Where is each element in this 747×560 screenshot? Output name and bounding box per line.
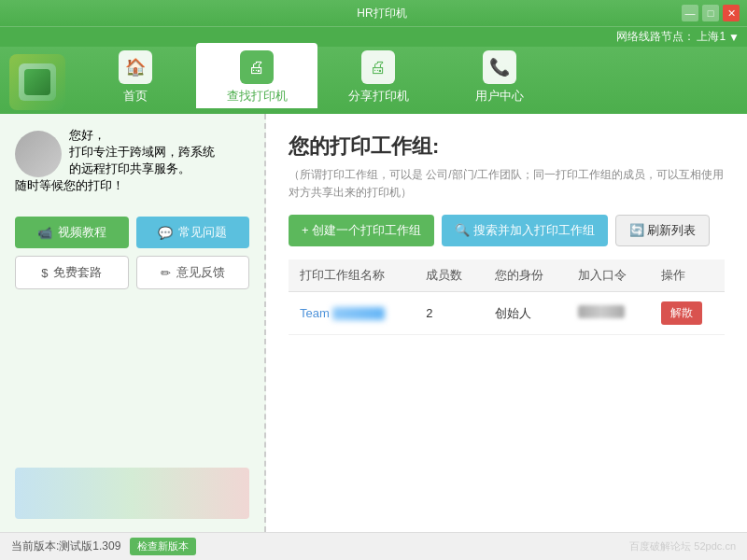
table-body: Team XXXXX 2 创始人 解散 (289, 292, 725, 335)
video-icon: 📹 (37, 226, 52, 240)
feedback-label: 意见反馈 (176, 264, 225, 281)
feedback-icon: ✏ (161, 266, 171, 280)
nav-item-find-printer[interactable]: 🖨 查找打印机 (196, 43, 317, 108)
col-role: 您的身份 (484, 259, 567, 292)
maximize-button[interactable]: □ (702, 5, 719, 21)
greeting-area: 您好， 打印专注于跨域网，跨系统 的远程打印共享服务。 随时等候您的打印！ (15, 127, 249, 202)
section-title: 您的打印工作组: (289, 133, 725, 161)
share-printer-icon: 🖨 (361, 50, 395, 84)
action-cell: 解散 (650, 292, 725, 335)
table-row: Team XXXXX 2 创始人 解散 (289, 292, 725, 335)
nav-item-user-center[interactable]: 📞 用户中心 (439, 43, 560, 108)
role-cell: 创始人 (484, 292, 567, 335)
nav-share-printer-label: 分享打印机 (348, 88, 409, 105)
left-panel: 您好， 打印专注于跨域网，跨系统 的远程打印共享服务。 随时等候您的打印！ 📹 … (0, 114, 266, 532)
password-cell (567, 292, 650, 335)
close-button[interactable]: ✕ (723, 5, 740, 21)
col-members: 成员数 (415, 259, 484, 292)
group-name-cell: Team XXXXX (289, 292, 415, 335)
avatar (15, 131, 62, 177)
refresh-button[interactable]: 🔄 刷新列表 (615, 215, 711, 246)
work-groups-table: 打印工作组名称 成员数 您的身份 加入口令 操作 Team XXXXX 2 创始… (289, 259, 725, 335)
search-join-button[interactable]: 🔍 搜索并加入打印工作组 (442, 215, 608, 246)
group-name-text: Team (300, 306, 330, 320)
section-desc: （所谓打印工作组，可以是 公司/部门/工作团队；同一打印工作组的成员，可以互相使… (289, 166, 725, 202)
user-center-icon: 📞 (483, 50, 516, 84)
free-plan-label: 免费套路 (53, 264, 102, 281)
create-group-button[interactable]: + 创建一个打印工作组 (289, 215, 434, 246)
nav-user-center-label: 用户中心 (475, 88, 524, 105)
right-panel: 您的打印工作组: （所谓打印工作组，可以是 公司/部门/工作团队；同一打印工作组… (266, 114, 747, 532)
greeting-line4: 随时等候您的打印！ (15, 177, 249, 194)
faq-button[interactable]: 💬 常见问题 (136, 217, 250, 248)
nav-item-home[interactable]: 🏠 首页 (75, 43, 196, 108)
version-label: 当前版本:测试版1.309 (11, 539, 120, 554)
password-blur (578, 305, 625, 318)
action-buttons: + 创建一个打印工作组 🔍 搜索并加入打印工作组 🔄 刷新列表 (289, 215, 725, 246)
dollar-icon: $ (41, 266, 48, 280)
watermark-text: 百度破解论坛 52pdc.cn (629, 539, 736, 553)
minimize-button[interactable]: — (682, 5, 698, 21)
video-tutorial-button[interactable]: 📹 视频教程 (15, 217, 129, 248)
nav-item-share-printer[interactable]: 🖨 分享打印机 (317, 43, 439, 108)
window-controls: — □ ✕ (682, 5, 740, 21)
navbar: 🏠 首页 🖨 查找打印机 🖨 分享打印机 📞 用户中心 (0, 47, 747, 114)
group-name-blur: XXXXX (332, 307, 385, 320)
dissolve-button[interactable]: 解散 (661, 301, 702, 325)
quick-buttons: 📹 视频教程 💬 常见问题 $ 免费套路 ✏ 意见反馈 (15, 217, 249, 289)
create-group-label: + 创建一个打印工作组 (302, 222, 421, 239)
members-cell: 2 (415, 292, 484, 335)
find-printer-icon: 🖨 (240, 50, 274, 84)
nav-find-printer-label: 查找打印机 (227, 88, 288, 105)
free-plan-button[interactable]: $ 免费套路 (15, 256, 129, 289)
search-join-label: 🔍 搜索并加入打印工作组 (455, 222, 595, 239)
nav-home-label: 首页 (123, 88, 148, 105)
faq-icon: 💬 (158, 226, 173, 240)
check-update-button[interactable]: 检查新版本 (130, 538, 196, 555)
network-location: 上海1 (697, 29, 726, 45)
col-name: 打印工作组名称 (289, 259, 415, 292)
col-password: 加入口令 (567, 259, 650, 292)
titlebar: HR打印机 — □ ✕ (0, 0, 747, 26)
dropdown-arrow-icon: ▼ (728, 31, 740, 44)
refresh-label: 🔄 刷新列表 (629, 222, 697, 239)
network-label: 网络线路节点： (616, 29, 695, 45)
app-logo (9, 54, 65, 110)
app-title: HR打印机 (82, 6, 682, 21)
main-content: 您好， 打印专注于跨域网，跨系统 的远程打印共享服务。 随时等候您的打印！ 📹 … (0, 114, 747, 532)
home-icon: 🏠 (119, 50, 152, 84)
feedback-button[interactable]: ✏ 意见反馈 (136, 256, 250, 289)
video-tutorial-label: 视频教程 (58, 224, 106, 241)
col-action: 操作 (650, 259, 725, 292)
faq-label: 常见问题 (178, 224, 227, 241)
footer: 当前版本:测试版1.309 检查新版本 百度破解论坛 52pdc.cn (0, 532, 747, 560)
table-header: 打印工作组名称 成员数 您的身份 加入口令 操作 (289, 259, 725, 292)
ad-banner (15, 468, 249, 519)
